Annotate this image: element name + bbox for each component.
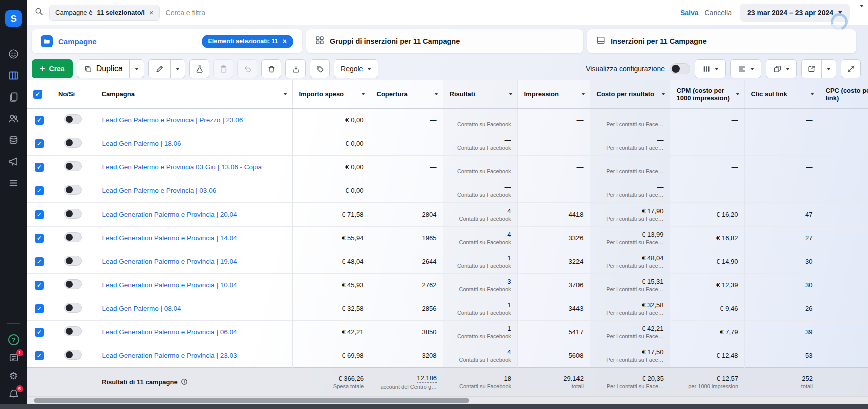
expand-button[interactable] bbox=[841, 59, 861, 78]
date-range-picker[interactable]: 23 mar 2024 – 23 apr 2024 bbox=[740, 4, 850, 22]
cost-per-result-sublabel: Per i contatti su Face… bbox=[596, 333, 664, 339]
tag-button[interactable] bbox=[310, 59, 330, 78]
corner-chevron-icon[interactable] bbox=[860, 5, 864, 7]
table-row: Lead Generation Palermo e Provincia | 19… bbox=[27, 250, 868, 273]
total-reach[interactable]: 12.186 bbox=[417, 374, 437, 383]
cost-per-result-sublabel: Per i contatti su Face… bbox=[596, 192, 664, 198]
settings-gear-icon[interactable]: ⚙ bbox=[8, 370, 20, 382]
menu-lines-icon[interactable] bbox=[8, 177, 20, 189]
campaign-active-toggle[interactable] bbox=[64, 114, 82, 124]
info-icon[interactable] bbox=[181, 378, 188, 385]
row-checkbox[interactable] bbox=[35, 281, 44, 290]
billing-icon[interactable] bbox=[8, 134, 20, 146]
search-input[interactable]: Cerca e filtra bbox=[166, 9, 674, 17]
campaign-name-link[interactable]: Lead Gen Palermo e Provincia | 03.06 bbox=[102, 187, 287, 194]
campaign-active-toggle[interactable] bbox=[64, 232, 82, 242]
tab-ads[interactable]: Inserzioni per 11 Campagne bbox=[587, 29, 856, 53]
header-spent[interactable]: Importo speso bbox=[292, 80, 370, 108]
duplicate-menu-button[interactable] bbox=[129, 60, 144, 78]
cancel-filter-button[interactable]: Cancella bbox=[704, 9, 731, 17]
row-checkbox[interactable] bbox=[35, 257, 44, 266]
row-checkbox[interactable] bbox=[35, 328, 44, 337]
campaign-active-toggle[interactable] bbox=[64, 326, 82, 336]
campaign-active-toggle[interactable] bbox=[64, 303, 82, 313]
header-impressions[interactable]: Impression bbox=[517, 80, 590, 108]
filter-chip[interactable]: Campagne è 11 selezionato/i × bbox=[49, 5, 160, 21]
selected-items-close-icon[interactable]: × bbox=[283, 37, 287, 45]
header-reach[interactable]: Copertura bbox=[370, 80, 443, 108]
campaign-name-link[interactable]: Lead Generation Palermo e Provincia | 14… bbox=[102, 234, 287, 242]
header-results[interactable]: Risultati bbox=[443, 80, 517, 108]
duplicate-button[interactable]: Duplica bbox=[77, 60, 129, 78]
campaign-name-link[interactable]: Lead Generation Palermo e Provincia | 10… bbox=[102, 281, 287, 289]
row-checkbox[interactable] bbox=[35, 351, 44, 360]
breakdown-button[interactable] bbox=[730, 59, 761, 78]
campaign-active-toggle[interactable] bbox=[64, 279, 82, 289]
reach-value: — bbox=[376, 140, 437, 147]
tab-campaigns[interactable]: Campagne Elementi selezionati: 11 × bbox=[32, 29, 302, 53]
campaign-name-link[interactable]: Lead Generation Palermo e Provincia | 20… bbox=[102, 211, 287, 218]
table-row: Lead Gen Palermo | 08.04 € 32,58 2856 1 … bbox=[27, 297, 868, 320]
rules-button[interactable]: Regole bbox=[334, 59, 378, 78]
campaign-name-link[interactable]: Lead Gen Palermo | 18.06 bbox=[102, 140, 287, 147]
paste-button[interactable] bbox=[213, 59, 233, 78]
filter-chip-close-icon[interactable]: × bbox=[149, 9, 154, 16]
select-all-checkbox[interactable] bbox=[33, 90, 42, 99]
results-sublabel: Contatto su Facebook bbox=[449, 310, 511, 316]
row-checkbox[interactable] bbox=[35, 139, 44, 148]
help-icon[interactable]: ? bbox=[8, 334, 20, 346]
row-checkbox[interactable] bbox=[35, 304, 44, 313]
campaign-active-toggle[interactable] bbox=[64, 138, 82, 148]
campaign-active-toggle[interactable] bbox=[64, 161, 82, 171]
campaign-active-toggle[interactable] bbox=[64, 185, 82, 195]
account-overview-icon[interactable] bbox=[8, 48, 20, 60]
edit-menu-button[interactable] bbox=[170, 60, 185, 78]
header-cpm[interactable]: CPM (costo per 1000 impression) bbox=[670, 80, 744, 108]
create-button[interactable]: + Crea bbox=[32, 59, 73, 78]
audiences-icon[interactable] bbox=[8, 112, 20, 124]
header-cost-per-result[interactable]: Costo per risultato bbox=[590, 80, 670, 108]
campaign-name-link[interactable]: Lead Generation Palermo e Provincia | 19… bbox=[102, 258, 287, 265]
updates-icon[interactable]: 1 bbox=[8, 352, 20, 364]
view-setup-toggle[interactable] bbox=[670, 63, 690, 74]
campaign-active-toggle[interactable] bbox=[64, 350, 82, 360]
export-tray-button[interactable] bbox=[285, 59, 306, 78]
header-campaign[interactable]: Campagna bbox=[95, 80, 292, 108]
campaign-name-link[interactable]: Lead Gen Palermo | 08.04 bbox=[102, 305, 287, 312]
horizontal-scrollbar-thumb[interactable] bbox=[34, 398, 469, 403]
ads-megaphone-icon[interactable] bbox=[8, 155, 20, 167]
ab-test-button[interactable] bbox=[189, 59, 209, 78]
row-checkbox[interactable] bbox=[35, 163, 44, 172]
selected-items-chip[interactable]: Elementi selezionati: 11 × bbox=[202, 35, 293, 48]
cost-per-result-sublabel: Per i contatti su Face… bbox=[596, 239, 664, 245]
header-onoff: No/Sì bbox=[52, 80, 95, 108]
campaign-name-link[interactable]: Lead Gen Palermo e Provincia 03 Giu | 13… bbox=[102, 163, 287, 171]
header-cpc[interactable]: CPC (costo per clic sul link) bbox=[819, 80, 868, 108]
campaign-active-toggle[interactable] bbox=[64, 256, 82, 266]
save-filter-button[interactable]: Salva bbox=[680, 9, 699, 17]
export-menu-button[interactable] bbox=[821, 60, 836, 78]
row-checkbox[interactable] bbox=[35, 210, 44, 219]
row-checkbox[interactable] bbox=[35, 234, 44, 243]
notifications-bell-icon[interactable]: 5 bbox=[8, 388, 20, 400]
delete-button[interactable] bbox=[261, 59, 281, 78]
campaign-active-toggle[interactable] bbox=[64, 209, 82, 219]
campaign-name-link[interactable]: Lead Generation Palermo e Provincia | 06… bbox=[102, 328, 287, 336]
horizontal-scrollbar-track[interactable] bbox=[27, 396, 868, 404]
columns-button[interactable] bbox=[695, 59, 726, 78]
header-link-clicks[interactable]: Clic sul link bbox=[744, 80, 819, 108]
row-checkbox[interactable] bbox=[35, 116, 44, 125]
edit-button[interactable] bbox=[149, 60, 170, 78]
table-row: Lead Gen Palermo | 18.06 € 0,00 — — Cont… bbox=[27, 132, 868, 155]
undo-button[interactable] bbox=[237, 59, 257, 78]
pages-icon[interactable] bbox=[8, 91, 20, 103]
campaigns-table-icon[interactable] bbox=[8, 69, 20, 81]
open-export-button[interactable] bbox=[802, 60, 821, 78]
spent-value: € 0,00 bbox=[299, 116, 364, 124]
business-avatar[interactable]: S bbox=[5, 10, 22, 27]
tab-adsets[interactable]: Gruppi di inserzioni per 11 Campagne bbox=[306, 29, 583, 53]
row-checkbox[interactable] bbox=[35, 186, 44, 195]
reports-button[interactable] bbox=[766, 59, 797, 78]
campaign-name-link[interactable]: Lead Generation Palermo e Provincia | 23… bbox=[102, 352, 287, 359]
campaign-name-link[interactable]: Lead Gen Palermo e Provincia | Prezzo | … bbox=[102, 116, 287, 124]
